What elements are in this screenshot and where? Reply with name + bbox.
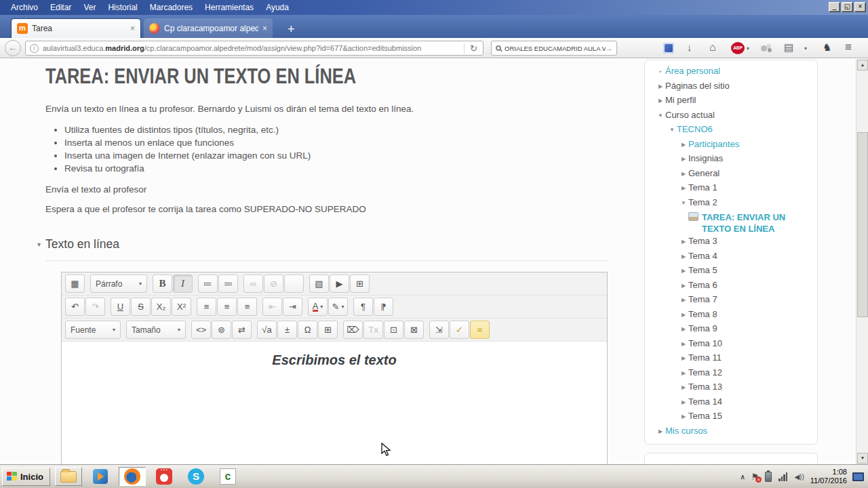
tree-expand-icon[interactable]: ▶	[679, 308, 688, 322]
undo-button[interactable]: ↶	[65, 298, 85, 316]
tab-claracampoamor[interactable]: Cp claracampoamor alpedrete... ×	[144, 18, 273, 38]
action-center-icon[interactable]: ⚑×	[751, 472, 760, 482]
font-color-button[interactable]: A▾	[308, 298, 328, 316]
bold-button[interactable]: B	[153, 274, 172, 293]
rtl-paragraph-button[interactable]: ⁋	[374, 298, 393, 316]
close-button[interactable]: ×	[854, 2, 866, 12]
tree-item[interactable]: ▶Tema 7	[648, 293, 814, 308]
tree-item[interactable]: ▼Tema 2	[648, 196, 814, 211]
tree-expand-icon[interactable]: ▶	[679, 380, 688, 394]
battery-icon[interactable]	[765, 472, 772, 482]
addon-wing-icon[interactable]: ♞	[823, 41, 831, 54]
tree-item[interactable]: ▶Tema 6	[648, 279, 814, 293]
superscript-button[interactable]: X²	[172, 298, 191, 316]
browser-scrollbar[interactable]: ▲ ▼	[856, 59, 868, 464]
tree-collapse-icon[interactable]: ▼	[656, 108, 665, 123]
link-button[interactable]: ∞	[243, 274, 263, 293]
bullet-list-button[interactable]: ≔	[198, 274, 218, 293]
tree-item[interactable]: ▶Tema 10	[648, 337, 814, 352]
tree-item[interactable]: ▶Mi perfil	[648, 94, 814, 108]
start-button[interactable]: Inicio	[2, 468, 50, 486]
editor-content-area[interactable]: Escribimos el texto	[62, 342, 607, 467]
taskbar-camtasia[interactable]: c	[214, 467, 241, 486]
underline-button[interactable]: U	[111, 298, 130, 316]
tree-item[interactable]: ▶Tema 12	[648, 366, 814, 381]
font-size-select[interactable]: Tamaño▾	[126, 321, 186, 339]
insert-table-button[interactable]: ⊞	[318, 321, 338, 339]
scroll-down-icon[interactable]: ▼	[857, 453, 868, 464]
menu-archivo[interactable]: Archivo	[11, 3, 38, 12]
tree-item[interactable]: ▪Área personal	[648, 64, 814, 79]
taskbar-skype[interactable]: S	[182, 467, 210, 486]
tree-item[interactable]: ▶Tema 14	[648, 395, 814, 410]
tree-item[interactable]: ▶Tema 4	[648, 249, 814, 264]
tree-expand-icon[interactable]: ▶	[656, 424, 665, 439]
network-signal-icon[interactable]	[778, 472, 787, 481]
video-download-helper-icon[interactable]	[761, 44, 773, 52]
taskbar-file-explorer[interactable]	[55, 467, 82, 486]
sidebar-panel-icon[interactable]: ▤	[784, 41, 793, 54]
clear-text-button[interactable]: Tx	[363, 321, 383, 339]
italic-button[interactable]: I	[173, 274, 193, 293]
tree-item[interactable]: ▼TECNO6	[648, 123, 814, 138]
redo-button[interactable]: ↷	[85, 298, 105, 316]
clear-format-button[interactable]: ⌦	[343, 321, 363, 339]
speaker-icon[interactable]: ◀))	[794, 473, 804, 481]
tree-expand-icon[interactable]: ▶	[679, 264, 688, 278]
spellcheck-button[interactable]: ✓	[450, 321, 469, 339]
tree-expand-icon[interactable]: ▶	[679, 409, 688, 424]
indent-button[interactable]: ⇥	[283, 298, 302, 316]
tree-expand-icon[interactable]: ▶	[679, 351, 688, 365]
find-replace-button[interactable]: ⇄	[232, 321, 252, 339]
tree-item[interactable]: ▶Tema 11	[648, 351, 814, 366]
autolink-button[interactable]	[284, 274, 304, 293]
tree-expand-icon[interactable]: ▶	[679, 279, 688, 293]
toolbar-toggle-icon[interactable]: ▦	[65, 274, 85, 293]
tree-expand-icon[interactable]: ▶	[679, 322, 688, 336]
menu-ver[interactable]: Ver	[83, 3, 96, 12]
align-center-button[interactable]: ≡	[217, 298, 237, 316]
sidebar-panel-caret-icon[interactable]: ▾	[804, 45, 807, 52]
tree-expand-icon[interactable]: ▶	[679, 138, 688, 152]
equation-button[interactable]: √a	[257, 321, 277, 339]
search-go-icon[interactable]: →	[606, 44, 616, 52]
align-left-button[interactable]: ≡	[197, 298, 216, 316]
tree-item[interactable]: ▶Insignias	[648, 152, 814, 167]
fullscreen-button[interactable]: ⇲	[429, 321, 449, 339]
subscript-button[interactable]: X₂	[151, 298, 171, 316]
tab-tarea[interactable]: m Tarea ×	[11, 18, 141, 38]
adblock-icon[interactable]: ABP	[731, 42, 745, 54]
find-button[interactable]: ⊚	[212, 321, 231, 339]
adblock-caret-icon[interactable]: ▾	[747, 45, 749, 52]
tree-expand-icon[interactable]: ▶	[656, 94, 665, 108]
tree-item[interactable]: ▶Tema 8	[648, 308, 814, 323]
insert-media-button[interactable]: ▶	[330, 274, 349, 293]
tree-expand-icon[interactable]: ▶	[679, 337, 688, 351]
tree-item[interactable]: ▶Tema 13	[648, 380, 814, 395]
monitor-tray-icon[interactable]	[852, 472, 864, 481]
numbered-list-button[interactable]: ≕	[218, 274, 238, 293]
paste-word-button[interactable]: ⊠	[404, 321, 424, 339]
tree-collapse-icon[interactable]: ▼	[679, 196, 688, 210]
tab-close-icon[interactable]: ×	[258, 24, 267, 33]
highlight-color-button[interactable]: ✎▾	[328, 298, 348, 316]
scroll-up-icon[interactable]: ▲	[857, 60, 868, 70]
taskbar-clock[interactable]: 1:08 11/07/2016	[810, 468, 847, 485]
paragraph-format-select[interactable]: Párrafo▾	[90, 274, 147, 293]
taskbar-gom-player[interactable]	[151, 467, 178, 486]
collapse-toggle-icon[interactable]: ▾	[37, 241, 41, 248]
back-button[interactable]: ←	[5, 40, 21, 56]
downloads-icon[interactable]: ↓	[687, 41, 692, 53]
ltr-paragraph-button[interactable]: ¶	[353, 298, 373, 316]
tray-expand-icon[interactable]: ∧	[740, 473, 745, 481]
tree-item[interactable]: ▶Mis cursos	[648, 424, 814, 439]
tree-expand-icon[interactable]: ▶	[679, 167, 688, 181]
tree-item[interactable]: ▶Tema 5	[648, 264, 814, 279]
taskbar-media-player[interactable]	[87, 467, 114, 486]
font-family-select[interactable]: Fuente▾	[65, 321, 121, 339]
home-icon[interactable]: ⌂	[709, 41, 716, 54]
tree-item[interactable]: ▼Curso actual	[648, 108, 814, 123]
hamburger-menu-icon[interactable]: ≡	[845, 41, 852, 54]
tree-item[interactable]: ▶Páginas del sitio	[648, 79, 814, 94]
tab-close-icon[interactable]: ×	[126, 24, 135, 33]
